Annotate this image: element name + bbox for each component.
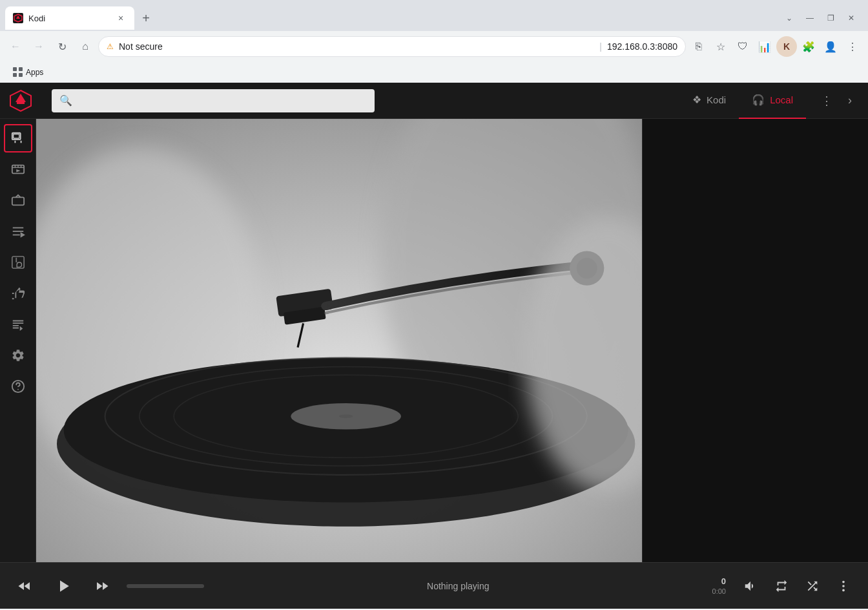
- kodi-header-actions: ⋮ ›: [816, 90, 860, 111]
- svg-point-39: [842, 580, 845, 583]
- local-tab-label: Local: [770, 94, 793, 105]
- tab-favicon: [13, 13, 23, 23]
- profile-k-button[interactable]: K: [776, 36, 797, 57]
- chrome-menu-button[interactable]: ⋮: [842, 36, 863, 57]
- svg-rect-6: [17, 102, 25, 104]
- music-icon: [11, 131, 25, 145]
- shuffle-button[interactable]: [798, 572, 827, 600]
- window-controls: ⌄ — ❐ ✕: [780, 9, 863, 27]
- rewind-button[interactable]: [10, 572, 39, 600]
- bookmarks-bar: Apps: [0, 62, 868, 83]
- share-button[interactable]: ⎘: [688, 36, 709, 57]
- extensions-button[interactable]: 🧩: [798, 36, 819, 57]
- address-bar[interactable]: ⚠ Not secure | 192.168.0.3:8080: [98, 36, 686, 57]
- sidebar-item-playlist[interactable]: [4, 217, 32, 246]
- svg-point-41: [842, 589, 845, 591]
- forward-button[interactable]: →: [28, 36, 49, 57]
- security-icon: ⚠: [107, 42, 114, 51]
- local-tab-icon: 🎧: [752, 94, 765, 106]
- address-divider: |: [599, 41, 602, 52]
- kodi-right-panel: [642, 119, 868, 562]
- svg-marker-19: [21, 233, 24, 237]
- tab-kodi[interactable]: ❖ Kodi: [679, 83, 739, 119]
- kodi-tab-icon: ❖: [692, 94, 701, 106]
- apps-label: Apps: [26, 68, 43, 77]
- shuffle-icon: [805, 579, 820, 593]
- sidebar-item-tv[interactable]: [4, 186, 32, 215]
- svg-point-22: [17, 389, 19, 390]
- kodi-favicon-icon: [13, 13, 23, 23]
- player-status: Nothing playing: [427, 581, 490, 591]
- bookmark-button[interactable]: ☆: [710, 36, 731, 57]
- repeat-icon: [774, 579, 789, 593]
- tab-close-button[interactable]: ×: [115, 12, 127, 24]
- window-minimize-button[interactable]: —: [801, 9, 819, 27]
- volume-icon: [743, 579, 758, 593]
- title-bar: Kodi × + ⌄ — ❐ ✕: [0, 0, 868, 31]
- apps-icon: [13, 67, 23, 78]
- kodi-nav-tabs: ❖ Kodi 🎧 Local: [679, 83, 806, 119]
- kodi-logo-icon: [8, 88, 34, 114]
- settings-icon: [11, 348, 25, 363]
- search-icon: 🔍: [59, 94, 72, 107]
- nav-actions: ⎘ ☆ 🛡 📊 K 🧩 👤 ⋮: [688, 36, 863, 57]
- address-url: 192.168.0.3:8080: [607, 41, 677, 52]
- home-button[interactable]: ⌂: [75, 36, 96, 57]
- window-close-button[interactable]: ✕: [842, 9, 860, 27]
- play-icon: [54, 576, 73, 596]
- svg-point-40: [842, 585, 845, 587]
- repeat-button[interactable]: [767, 572, 796, 600]
- kodi-logo[interactable]: [8, 88, 34, 114]
- tab-local[interactable]: 🎧 Local: [739, 83, 806, 119]
- svg-rect-15: [12, 197, 23, 205]
- addons-icon: [11, 255, 25, 269]
- security-text: Not secure: [119, 41, 594, 52]
- sidebar-item-music[interactable]: [4, 124, 32, 152]
- sidebar-item-movies[interactable]: [4, 155, 32, 184]
- fastforward-icon: [94, 578, 110, 594]
- apps-bookmark[interactable]: Apps: [8, 65, 48, 80]
- browser-chrome: Kodi × + ⌄ — ❐ ✕ ← → ↻ ⌂ ⚠ Not secure | …: [0, 0, 868, 83]
- header-more-button[interactable]: ⋮: [816, 90, 837, 111]
- sidebar-item-favorites[interactable]: [4, 279, 32, 308]
- window-dropdown-button[interactable]: ⌄: [780, 9, 798, 27]
- rewind-icon: [17, 578, 32, 594]
- svg-marker-14: [16, 169, 20, 173]
- player-time-count: 0: [721, 576, 726, 586]
- reload-button[interactable]: ↻: [52, 36, 72, 57]
- tv-icon: [11, 193, 25, 207]
- user-avatar[interactable]: 👤: [820, 36, 841, 57]
- nav-bar: ← → ↻ ⌂ ⚠ Not secure | 192.168.0.3:8080 …: [0, 31, 868, 62]
- player-info: Nothing playing: [214, 581, 702, 591]
- sidebar-item-help[interactable]: [4, 372, 32, 401]
- shield-button[interactable]: 🛡: [732, 36, 753, 57]
- play-button[interactable]: [49, 572, 78, 600]
- kodi-sidebar: [0, 119, 36, 562]
- kodi-tab-label: Kodi: [707, 94, 726, 105]
- window-restore-button[interactable]: ❐: [822, 9, 840, 27]
- sidebar-item-queue[interactable]: [4, 310, 32, 339]
- player-more-button[interactable]: [829, 572, 858, 600]
- help-icon: [11, 379, 25, 394]
- volume-button[interactable]: [736, 572, 765, 600]
- back-button[interactable]: ←: [5, 36, 26, 57]
- queue-icon: [11, 317, 25, 331]
- movies-icon: [11, 162, 25, 176]
- svg-rect-8: [13, 134, 19, 138]
- screenshot-button[interactable]: 📊: [754, 36, 775, 57]
- new-tab-button[interactable]: +: [137, 9, 155, 27]
- fastforward-button[interactable]: [88, 572, 116, 600]
- kodi-body: [0, 119, 868, 562]
- sidebar-item-addons[interactable]: [4, 248, 32, 277]
- player-extra-controls: [736, 572, 858, 600]
- kodi-search-bar[interactable]: 🔍: [52, 89, 375, 112]
- kodi-header: 🔍 ❖ Kodi 🎧 Local ⋮ ›: [0, 83, 868, 119]
- browser-tab[interactable]: Kodi ×: [5, 6, 134, 30]
- player-more-icon: [836, 579, 851, 593]
- turntable-image: [36, 119, 642, 562]
- sidebar-item-settings[interactable]: [4, 341, 32, 370]
- progress-bar[interactable]: [127, 584, 204, 588]
- playlist-icon: [11, 224, 25, 238]
- player-time-display: 0:00: [712, 587, 726, 595]
- header-forward-button[interactable]: ›: [840, 90, 860, 111]
